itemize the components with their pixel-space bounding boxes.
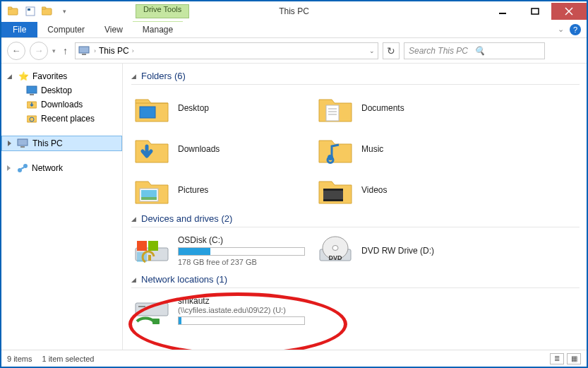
recent-icon <box>25 113 38 124</box>
svg-rect-23 <box>326 105 339 121</box>
documents-folder-icon <box>316 92 354 124</box>
search-box[interactable]: Search This PC 🔍 <box>404 42 545 59</box>
svg-rect-44 <box>138 306 145 307</box>
svg-rect-3 <box>28 8 30 11</box>
folder-desktop[interactable]: Desktop <box>131 89 301 127</box>
details-view-button[interactable]: ≣ <box>550 353 564 364</box>
close-button[interactable] <box>551 3 587 20</box>
navpane-label: Network <box>32 163 63 173</box>
navpane-label: Recent places <box>41 114 95 124</box>
group-drives: OSDisk (C:) 178 GB free of 237 GB DVD DV… <box>131 232 580 270</box>
network-drive-u[interactable]: smkautz (\\cyfiles.iastate.edu\09\22) (U… <box>131 292 322 331</box>
group-header-netloc[interactable]: ◢ Network locations (1) <box>131 270 580 288</box>
quick-access-toolbar: ▾ <box>1 4 72 19</box>
navigation-pane: ◢ ⭐ Favorites Desktop Downloads Recent p… <box>1 64 123 350</box>
navpane-downloads[interactable]: Downloads <box>1 97 122 112</box>
refresh-button[interactable]: ↻ <box>383 42 400 59</box>
navpane-network[interactable]: Network <box>1 161 122 175</box>
tab-file[interactable]: File <box>1 22 37 37</box>
svg-line-21 <box>21 167 24 169</box>
group-header-drives[interactable]: ◢ Devices and drives (2) <box>131 209 580 227</box>
view-switcher: ≣ ▦ <box>550 353 581 364</box>
svg-rect-17 <box>18 139 28 146</box>
pc-icon <box>17 138 30 149</box>
navpane-desktop[interactable]: Desktop <box>1 83 122 97</box>
navpane-thispc[interactable]: This PC <box>1 136 122 151</box>
svg-rect-29 <box>141 190 157 197</box>
drive-label: smkautz <box>178 296 305 306</box>
svg-point-27 <box>328 155 333 160</box>
group-header-folders[interactable]: ◢ Folders (6) <box>131 66 580 85</box>
downloads-icon <box>25 99 38 110</box>
tiles-view-button[interactable]: ▦ <box>567 353 581 364</box>
collapse-icon: ◢ <box>7 73 14 80</box>
svg-rect-1 <box>8 7 12 9</box>
group-folders: Desktop Documents Downloads Music Pictur… <box>131 89 580 209</box>
window-title: This PC <box>279 6 309 16</box>
breadcrumb-root[interactable]: This PC <box>99 46 129 56</box>
minimize-button[interactable] <box>486 3 519 20</box>
history-dropdown-icon[interactable]: ▾ <box>52 47 56 54</box>
folder-options-icon[interactable] <box>6 4 21 19</box>
tab-computer[interactable]: Computer <box>37 22 95 37</box>
svg-rect-38 <box>148 255 151 261</box>
nav-bar: ← → ▾ ↑ › This PC › ⌄ ↻ Search This PC 🔍 <box>1 38 587 64</box>
back-button[interactable]: ← <box>7 42 25 60</box>
qat-dropdown-icon[interactable]: ▾ <box>56 4 72 19</box>
up-button[interactable]: ↑ <box>60 45 71 57</box>
address-bar[interactable]: › This PC › ⌄ <box>75 42 378 59</box>
hdd-icon <box>133 235 171 267</box>
svg-rect-45 <box>152 319 160 324</box>
downloads-folder-icon <box>133 133 171 165</box>
navpane-label: Desktop <box>41 85 72 95</box>
folder-pictures[interactable]: Pictures <box>131 171 301 209</box>
svg-rect-5 <box>42 7 46 9</box>
collapse-icon: ◢ <box>131 73 138 80</box>
navpane-label: This PC <box>32 138 63 148</box>
item-label: Downloads <box>178 144 220 154</box>
folder-documents[interactable]: Documents <box>315 89 484 127</box>
svg-rect-13 <box>30 94 34 95</box>
svg-rect-2 <box>26 7 35 16</box>
main: ◢ ⭐ Favorites Desktop Downloads Recent p… <box>1 64 587 350</box>
chevron-right-icon[interactable]: › <box>132 47 134 54</box>
tab-view[interactable]: View <box>95 22 133 37</box>
maximize-button[interactable] <box>519 3 551 20</box>
svg-rect-11 <box>82 54 86 55</box>
group-title: Folders (6) <box>141 71 186 81</box>
drive-osdisk[interactable]: OSDisk (C:) 178 GB free of 237 GB <box>131 232 301 270</box>
drive-sub: 178 GB free of 237 GB <box>178 258 305 266</box>
properties-icon[interactable] <box>23 4 38 19</box>
tab-manage[interactable]: Manage <box>133 20 183 37</box>
item-label: Videos <box>361 185 387 195</box>
folder-music[interactable]: Music <box>315 130 484 168</box>
search-icon: 🔍 <box>474 46 540 56</box>
drive-dvd[interactable]: DVD DVD RW Drive (D:) <box>315 232 484 270</box>
drive-usage-bar <box>178 247 305 256</box>
folder-downloads[interactable]: Downloads <box>131 130 301 168</box>
ribbon-collapse-icon[interactable]: ⌄ <box>558 25 564 34</box>
desktop-folder-icon <box>133 92 171 124</box>
new-folder-icon[interactable] <box>40 4 55 19</box>
folder-videos[interactable]: Videos <box>315 171 484 209</box>
desktop-icon <box>25 85 38 96</box>
collapse-icon: ◢ <box>131 215 138 222</box>
item-label: Documents <box>361 103 404 113</box>
drive-label: OSDisk (C:) <box>178 235 305 245</box>
group-netloc: smkautz (\\cyfiles.iastate.edu\09\22) (U… <box>131 292 580 331</box>
address-dropdown-icon[interactable]: ⌄ <box>369 47 375 54</box>
status-selected: 1 item selected <box>42 355 94 363</box>
network-drive-icon <box>133 295 171 328</box>
help-icon[interactable]: ? <box>570 24 581 35</box>
svg-rect-36 <box>148 241 158 251</box>
navpane-recent[interactable]: Recent places <box>1 112 122 126</box>
star-icon: ⭐ <box>17 71 30 82</box>
svg-rect-30 <box>141 197 157 200</box>
expand-icon <box>7 165 13 171</box>
forward-button[interactable]: → <box>30 42 48 60</box>
svg-rect-43 <box>136 303 168 316</box>
navpane-favorites[interactable]: ◢ ⭐ Favorites <box>1 69 122 83</box>
titlebar: ▾ Drive Tools This PC <box>1 1 587 21</box>
chevron-right-icon: › <box>94 47 96 54</box>
svg-rect-12 <box>27 86 37 93</box>
